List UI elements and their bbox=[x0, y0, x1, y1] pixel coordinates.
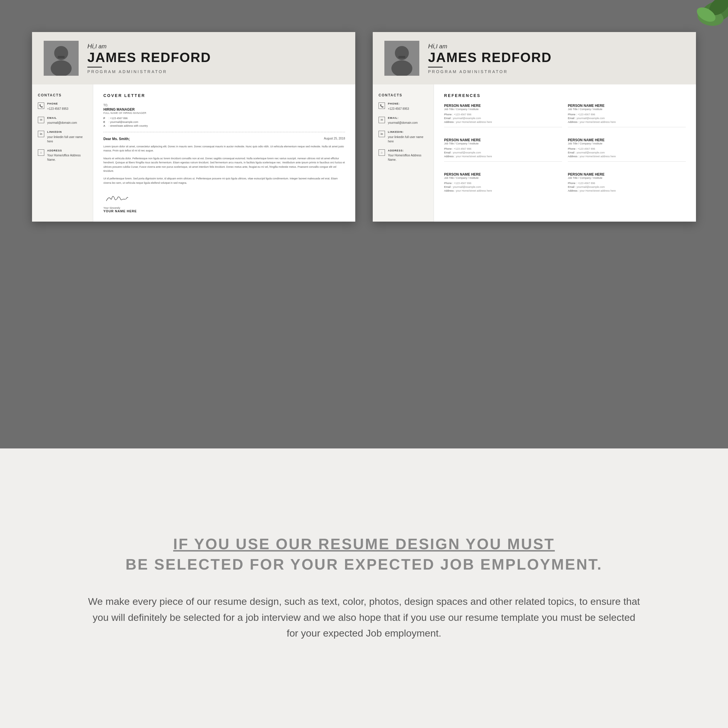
doc1-hi-text: Hi,I am bbox=[87, 43, 344, 50]
doc2-divider bbox=[428, 67, 443, 67]
ref-email-2: Email : yourmail@example.com bbox=[444, 151, 562, 154]
sincerely-text: Your Sincerely bbox=[103, 206, 345, 210]
ref-title-5: Job Title / Company / Institute bbox=[568, 176, 686, 179]
cover-letter-document: Hi,I am JAMES REDFORD PROGRAM ADMINISTRA… bbox=[32, 32, 355, 222]
doc2-header: Hi,I am JAMES REDFORD PROGRAM ADMINISTRA… bbox=[373, 32, 696, 84]
doc2-sidebar-address: ⌂ ADDRESS: Your Home/office Address Name… bbox=[379, 149, 428, 162]
ref-title-3: Job Title / Company / Institute bbox=[568, 142, 686, 145]
doc2-photo bbox=[384, 41, 419, 76]
ref-name-1: PERSON NAME HERE bbox=[568, 104, 686, 108]
hiring-manager-sub: FULL NAME OF HIRING MANAGER bbox=[103, 112, 345, 115]
phone-icon: 📞 bbox=[38, 102, 44, 109]
linkedin-content: LINKEDIN your linkedin full user name he… bbox=[47, 130, 87, 144]
sidebar-email: ✉ EMAIL yourmail@domain.com bbox=[38, 116, 87, 125]
contact-email-row: E : yourmail@example.com bbox=[103, 121, 345, 124]
doc2-sidebar-linkedin: in LINKEDIN: your linkedin full user nam… bbox=[379, 130, 428, 144]
ref-name-2: PERSON NAME HERE bbox=[444, 138, 562, 142]
ref-phone-2: Phone : +123 4567 896 bbox=[444, 147, 562, 150]
ref-email-0: Email : yourmail@example.com bbox=[444, 117, 562, 120]
ref-address-0: Address : your Home/street address here bbox=[444, 121, 562, 124]
doc1-header: Hi,I am JAMES REDFORD PROGRAM ADMINISTRA… bbox=[32, 32, 355, 84]
bottom-section: IF YOU USE OUR RESUME DESIGN YOU MUST BE… bbox=[0, 448, 728, 728]
hiring-manager: HIRING MANAGER bbox=[103, 107, 345, 112]
ref-address-2: Address : your Home/street address here bbox=[444, 155, 562, 158]
doc2-main: REFERENCES PERSON NAME HERE Job Title / … bbox=[434, 84, 696, 222]
references-grid: PERSON NAME HERE Job Title / Company / I… bbox=[444, 104, 686, 194]
doc2-name: JAMES REDFORD bbox=[428, 50, 684, 65]
doc1-title: PROGRAM ADMINISTRATOR bbox=[87, 69, 344, 74]
bottom-body-text: We make every piece of our resume design… bbox=[87, 593, 641, 641]
reference-item-1: PERSON NAME HERE Job Title / Company / I… bbox=[568, 104, 686, 131]
doc2-header-info: Hi,I am JAMES REDFORD PROGRAM ADMINISTRA… bbox=[428, 43, 684, 74]
ref-name-3: PERSON NAME HERE bbox=[568, 138, 686, 142]
references-document: Hi,I am JAMES REDFORD PROGRAM ADMINISTRA… bbox=[373, 32, 696, 222]
doc2-sidebar-title: CONTACTS bbox=[379, 93, 428, 97]
letter-divider bbox=[103, 132, 345, 132]
doc2-sidebar-phone: 📞 PHONE: +123 4567 8953 bbox=[379, 102, 428, 111]
sidebar-address: ⌂ ADDRESS Your Home/office Address Name. bbox=[38, 149, 87, 162]
ref-phone-0: Phone : +123 4567 896 bbox=[444, 113, 562, 116]
contact-address-row: A : street/state address with country bbox=[103, 124, 345, 127]
doc2-hi-text: Hi,I am bbox=[428, 43, 684, 50]
ref-email-4: Email : yourmail@example.com bbox=[444, 185, 562, 188]
dear-text: Dear Ms. Smith; bbox=[103, 137, 130, 141]
ref-email-5: Email : yourmail@example.com bbox=[568, 185, 686, 188]
doc1-main: COVER LETTER TO. HIRING MANAGER FULL NAM… bbox=[93, 84, 355, 222]
doc2-address-content: ADDRESS: Your Home/office Address Name. bbox=[388, 149, 428, 162]
bottom-heading2: BE SELECTED FOR YOUR EXPECTED JOB EMPLOY… bbox=[125, 556, 603, 573]
doc2-address-icon: ⌂ bbox=[379, 149, 385, 156]
ref-address-4: Address : your Home/street address here bbox=[444, 189, 562, 192]
to-section: TO. HIRING MANAGER FULL NAME OF HIRING M… bbox=[103, 104, 345, 127]
ref-title-4: Job Title / Company / Institute bbox=[444, 176, 562, 179]
ref-address-5: Address : your Home/street address here bbox=[568, 189, 686, 192]
letter-para2: Mauris et vehicula dolor. Pellentesque n… bbox=[103, 156, 345, 173]
references-title: REFERENCES bbox=[444, 93, 686, 98]
sidebar-phone: 📞 PHONE +123 4567 8953 bbox=[38, 102, 87, 111]
documents-row: Hi,I am JAMES REDFORD PROGRAM ADMINISTRA… bbox=[32, 32, 696, 222]
ref-name-0: PERSON NAME HERE bbox=[444, 104, 562, 108]
doc2-linkedin-content: LINKEDIN: your linkedin full user name h… bbox=[388, 130, 428, 144]
doc1-header-info: Hi,I am JAMES REDFORD PROGRAM ADMINISTRA… bbox=[87, 43, 344, 74]
ref-title-1: Job Title / Company / Institute bbox=[568, 108, 686, 111]
contact-a-letter: A bbox=[103, 124, 106, 127]
doc1-divider bbox=[87, 67, 102, 67]
doc1-sidebar-title: CONTACTS bbox=[38, 93, 87, 97]
letter-para1: Lorem ipsum dolor sit amet, consectetur … bbox=[103, 144, 345, 153]
sidebar-linkedin: in LINKEDIN your linkedin full user name… bbox=[38, 130, 87, 144]
your-name-text: YOUR NAME HERE bbox=[103, 210, 345, 213]
doc2-title: PROGRAM ADMINISTRATOR bbox=[428, 69, 684, 74]
signature-image bbox=[103, 191, 345, 205]
reference-item-0: PERSON NAME HERE Job Title / Company / I… bbox=[444, 104, 562, 131]
ref-title-2: Job Title / Company / Institute bbox=[444, 142, 562, 145]
doc2-phone-icon: 📞 bbox=[379, 102, 385, 109]
doc1-sidebar: CONTACTS 📞 PHONE +123 4567 8953 ✉ bbox=[32, 84, 93, 222]
ref-address-3: Address : your Home/street address here bbox=[568, 155, 686, 158]
reference-item-3: PERSON NAME HERE Job Title / Company / I… bbox=[568, 138, 686, 165]
email-icon: ✉ bbox=[38, 117, 44, 123]
doc1-name: JAMES REDFORD bbox=[87, 50, 344, 65]
address-icon: ⌂ bbox=[38, 149, 44, 156]
contact-email-value: : yourmail@example.com bbox=[109, 121, 138, 124]
phone-content: PHONE +123 4567 8953 bbox=[47, 102, 69, 111]
doc2-email-content: EMAIL: yourmail@domain.com bbox=[388, 116, 418, 125]
contact-e-letter: E bbox=[103, 121, 106, 124]
to-label: TO. bbox=[103, 104, 345, 107]
svg-rect-11 bbox=[398, 56, 405, 58]
doc2-sidebar: CONTACTS 📞 PHONE: +123 4567 8953 ✉ bbox=[373, 84, 434, 222]
reference-item-4: PERSON NAME HERE Job Title / Company / I… bbox=[444, 172, 562, 193]
ref-phone-5: Phone : +123 4567 896 bbox=[568, 182, 686, 185]
letter-para3: Ut id pellentesque lorem. Sed porta dign… bbox=[103, 176, 345, 185]
doc1-body: CONTACTS 📞 PHONE +123 4567 8953 ✉ bbox=[32, 84, 355, 222]
svg-rect-7 bbox=[58, 56, 65, 58]
signature-area: Your Sincerely YOUR NAME HERE bbox=[103, 191, 345, 213]
reference-item-2: PERSON NAME HERE Job Title / Company / I… bbox=[444, 138, 562, 165]
doc1-photo bbox=[44, 41, 79, 76]
ref-name-5: PERSON NAME HERE bbox=[568, 172, 686, 176]
ref-phone-1: Phone : +123 4567 896 bbox=[568, 113, 686, 116]
ref-phone-4: Phone : +123 4567 896 bbox=[444, 182, 562, 185]
address-content: ADDRESS Your Home/office Address Name. bbox=[47, 149, 87, 162]
reference-item-5: PERSON NAME HERE Job Title / Company / I… bbox=[568, 172, 686, 193]
contact-phone-value: : +123 4567 896 bbox=[109, 117, 127, 120]
letter-date-row: Dear Ms. Smith; August 25, 2018 bbox=[103, 137, 345, 141]
ref-phone-3: Phone : +123 4567 896 bbox=[568, 147, 686, 150]
